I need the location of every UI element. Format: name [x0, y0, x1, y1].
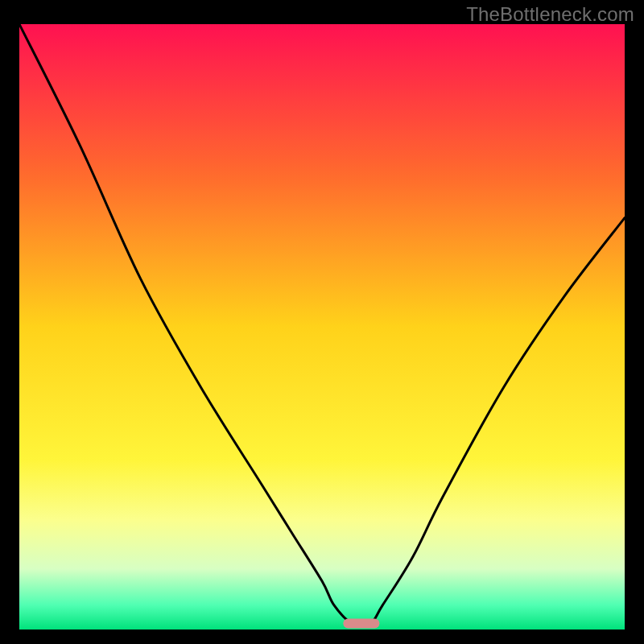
- chart-frame: TheBottleneck.com: [0, 0, 644, 644]
- gradient-background: [19, 24, 625, 630]
- plot-area: [19, 24, 625, 630]
- watermark-text: TheBottleneck.com: [466, 3, 634, 26]
- chart-svg: [19, 24, 625, 630]
- optimum-marker: [343, 618, 379, 628]
